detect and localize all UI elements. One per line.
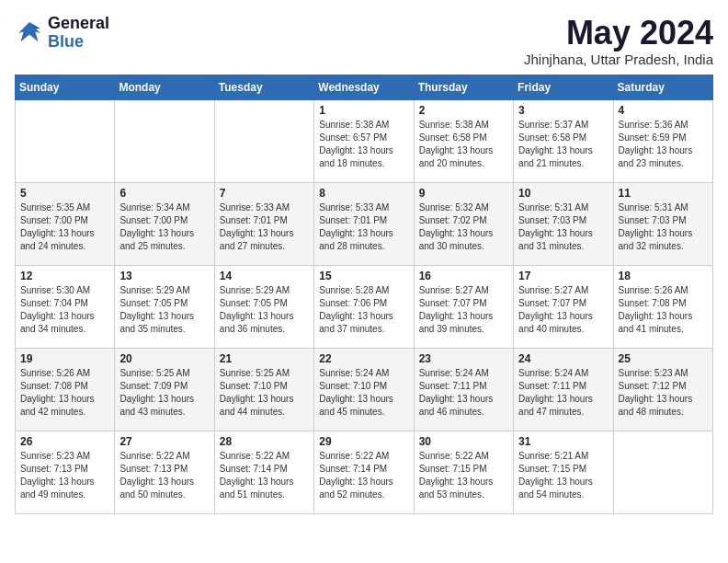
calendar-cell: 24Sunrise: 5:24 AMSunset: 7:11 PMDayligh… [514,348,613,431]
cell-content: Sunrise: 5:24 AMSunset: 7:10 PMDaylight:… [319,367,408,419]
logo-icon [15,18,44,48]
day-number: 7 [220,187,309,200]
calendar-cell: 6Sunrise: 5:34 AMSunset: 7:00 PMDaylight… [115,182,214,265]
cell-content: Sunrise: 5:35 AMSunset: 7:00 PMDaylight:… [20,201,109,253]
day-number: 17 [518,270,608,282]
header-row: SundayMondayTuesdayWednesdayThursdayFrid… [16,75,713,99]
calendar-cell: 25Sunrise: 5:23 AMSunset: 7:12 PMDayligh… [613,348,712,431]
day-number: 13 [119,270,209,282]
day-number: 11 [619,187,708,200]
week-row-5: 26Sunrise: 5:23 AMSunset: 7:13 PMDayligh… [16,431,713,513]
day-number: 3 [518,104,608,117]
cell-content: Sunrise: 5:25 AMSunset: 7:09 PMDaylight:… [119,367,209,419]
calendar-cell: 11Sunrise: 5:31 AMSunset: 7:03 PMDayligh… [613,182,712,265]
cell-content: Sunrise: 5:23 AMSunset: 7:12 PMDaylight:… [619,367,708,419]
title-block: May 2024 Jhinjhana, Uttar Pradesh, India [524,15,713,67]
day-number: 31 [518,435,608,448]
header-cell-friday: Friday [514,75,613,99]
day-number: 16 [419,270,508,282]
calendar-cell [115,99,214,182]
cell-content: Sunrise: 5:38 AMSunset: 6:57 PMDaylight:… [319,119,408,170]
week-row-2: 5Sunrise: 5:35 AMSunset: 7:00 PMDaylight… [16,182,713,265]
calendar-cell: 19Sunrise: 5:26 AMSunset: 7:08 PMDayligh… [16,348,115,431]
calendar-cell: 7Sunrise: 5:33 AMSunset: 7:01 PMDaylight… [214,182,313,265]
day-number: 8 [319,187,408,200]
calendar-cell: 17Sunrise: 5:27 AMSunset: 7:07 PMDayligh… [514,265,613,348]
calendar-cell [214,99,313,182]
day-number: 6 [119,187,209,200]
cell-content: Sunrise: 5:22 AMSunset: 7:14 PMDaylight:… [319,450,408,501]
week-row-1: 1Sunrise: 5:38 AMSunset: 6:57 PMDaylight… [16,99,713,182]
header-cell-monday: Monday [115,75,214,99]
day-number: 28 [220,435,309,448]
cell-content: Sunrise: 5:33 AMSunset: 7:01 PMDaylight:… [319,201,408,253]
header-cell-sunday: Sunday [16,75,115,99]
calendar-table: SundayMondayTuesdayWednesdayThursdayFrid… [15,75,713,514]
day-number: 2 [419,104,508,117]
week-row-4: 19Sunrise: 5:26 AMSunset: 7:08 PMDayligh… [16,348,713,431]
day-number: 4 [619,104,708,117]
day-number: 19 [20,352,109,365]
header-cell-wednesday: Wednesday [314,75,414,99]
cell-content: Sunrise: 5:34 AMSunset: 7:00 PMDaylight:… [119,201,209,253]
header-cell-thursday: Thursday [414,75,513,99]
calendar-cell: 28Sunrise: 5:22 AMSunset: 7:14 PMDayligh… [214,431,313,513]
day-number: 1 [319,104,408,117]
calendar-cell: 1Sunrise: 5:38 AMSunset: 6:57 PMDaylight… [314,99,414,182]
calendar-cell: 30Sunrise: 5:22 AMSunset: 7:15 PMDayligh… [414,431,513,513]
calendar-cell: 18Sunrise: 5:26 AMSunset: 7:08 PMDayligh… [613,265,712,348]
page-header: General Blue May 2024 Jhinjhana, Uttar P… [15,15,713,67]
cell-content: Sunrise: 5:29 AMSunset: 7:05 PMDaylight:… [119,284,209,336]
cell-content: Sunrise: 5:31 AMSunset: 7:03 PMDaylight:… [619,201,708,253]
cell-content: Sunrise: 5:26 AMSunset: 7:08 PMDaylight:… [619,284,708,336]
day-number: 26 [20,435,109,448]
calendar-cell: 14Sunrise: 5:29 AMSunset: 7:05 PMDayligh… [214,265,313,348]
day-number: 9 [419,187,508,200]
cell-content: Sunrise: 5:32 AMSunset: 7:02 PMDaylight:… [419,201,508,253]
day-number: 25 [619,352,708,365]
logo-general: General [48,15,109,33]
cell-content: Sunrise: 5:22 AMSunset: 7:15 PMDaylight:… [419,450,508,501]
day-number: 30 [419,435,508,448]
day-number: 12 [20,270,109,282]
calendar-cell [16,99,115,182]
location: Jhinjhana, Uttar Pradesh, India [524,52,713,67]
day-number: 24 [518,352,608,365]
calendar-cell: 10Sunrise: 5:31 AMSunset: 7:03 PMDayligh… [514,182,613,265]
calendar-cell: 12Sunrise: 5:30 AMSunset: 7:04 PMDayligh… [16,265,115,348]
cell-content: Sunrise: 5:28 AMSunset: 7:06 PMDaylight:… [319,284,408,336]
day-number: 23 [419,352,508,365]
cell-content: Sunrise: 5:26 AMSunset: 7:08 PMDaylight:… [20,367,109,419]
calendar-cell [613,431,712,513]
day-number: 22 [319,352,408,365]
calendar-cell: 4Sunrise: 5:36 AMSunset: 6:59 PMDaylight… [613,99,712,182]
cell-content: Sunrise: 5:37 AMSunset: 6:58 PMDaylight:… [518,119,608,170]
cell-content: Sunrise: 5:30 AMSunset: 7:04 PMDaylight:… [20,284,109,336]
calendar-cell: 29Sunrise: 5:22 AMSunset: 7:14 PMDayligh… [314,431,414,513]
week-row-3: 12Sunrise: 5:30 AMSunset: 7:04 PMDayligh… [16,265,713,348]
header-cell-tuesday: Tuesday [214,75,313,99]
calendar-cell: 20Sunrise: 5:25 AMSunset: 7:09 PMDayligh… [115,348,214,431]
cell-content: Sunrise: 5:22 AMSunset: 7:13 PMDaylight:… [119,450,209,501]
calendar-cell: 26Sunrise: 5:23 AMSunset: 7:13 PMDayligh… [16,431,115,513]
cell-content: Sunrise: 5:33 AMSunset: 7:01 PMDaylight:… [220,201,309,253]
day-number: 21 [220,352,309,365]
cell-content: Sunrise: 5:23 AMSunset: 7:13 PMDaylight:… [20,450,109,501]
logo: General Blue [15,15,109,52]
day-number: 29 [319,435,408,448]
header-cell-saturday: Saturday [613,75,712,99]
calendar-cell: 27Sunrise: 5:22 AMSunset: 7:13 PMDayligh… [115,431,214,513]
calendar-cell: 9Sunrise: 5:32 AMSunset: 7:02 PMDaylight… [414,182,513,265]
calendar-cell: 21Sunrise: 5:25 AMSunset: 7:10 PMDayligh… [214,348,313,431]
day-number: 15 [319,270,408,282]
day-number: 5 [20,187,109,200]
calendar-cell: 2Sunrise: 5:38 AMSunset: 6:58 PMDaylight… [414,99,513,182]
cell-content: Sunrise: 5:21 AMSunset: 7:15 PMDaylight:… [518,450,608,501]
cell-content: Sunrise: 5:22 AMSunset: 7:14 PMDaylight:… [220,450,309,501]
day-number: 27 [119,435,209,448]
logo-blue: Blue [48,33,109,52]
cell-content: Sunrise: 5:31 AMSunset: 7:03 PMDaylight:… [518,201,608,253]
cell-content: Sunrise: 5:36 AMSunset: 6:59 PMDaylight:… [619,119,708,170]
day-number: 14 [220,270,309,282]
calendar-cell: 8Sunrise: 5:33 AMSunset: 7:01 PMDaylight… [314,182,414,265]
